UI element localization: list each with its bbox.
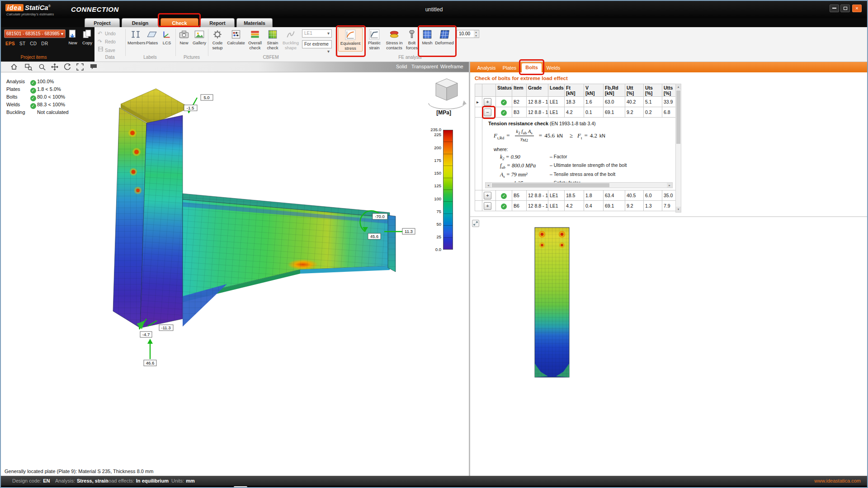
overall-check-button[interactable]: Overall check	[246, 28, 264, 50]
strain-check-button[interactable]: Strain check	[265, 28, 280, 50]
table-row-b2[interactable]: ▸ + ✓ B2 12 8.8 - 1 LE1 18.3 1.6 63.0 40…	[475, 97, 676, 107]
tab-design[interactable]: Design	[122, 18, 159, 27]
equivalent-stress-button[interactable]: Equivalent stress	[338, 28, 363, 52]
fit-view-button[interactable]	[76, 63, 85, 71]
website-link[interactable]: www.ideastatica.com	[814, 478, 861, 483]
deformed-mesh-icon	[439, 28, 450, 40]
expand-row-button[interactable]: +	[484, 192, 491, 199]
plastic-strain-button[interactable]: Plastic strain	[365, 28, 383, 50]
zoom-button[interactable]	[38, 63, 47, 71]
code-setup-button[interactable]: Code setup	[209, 28, 226, 50]
expand-row-button[interactable]: +	[484, 98, 491, 106]
labels-members-button[interactable]: Members	[127, 28, 144, 46]
stress-in-contacts-button[interactable]: Stress in contacts	[384, 28, 404, 50]
expand-preview-button[interactable]	[472, 220, 479, 227]
status-analysis: Analysis:Stress, strain	[55, 478, 108, 483]
results-tab-bolts[interactable]: Bolts	[522, 63, 542, 72]
mode-dr[interactable]: DR	[41, 41, 48, 46]
load-label: 5.0	[203, 95, 209, 100]
current-row-icon: ▸	[476, 99, 479, 104]
col-v: V[kN]	[584, 84, 604, 97]
scroll-up-icon[interactable]: ▴	[676, 84, 681, 90]
detail-horizontal-scrollbar[interactable]: ◂ ▸	[485, 182, 673, 188]
scroll-right-icon[interactable]: ▸	[667, 183, 672, 188]
extreme-select[interactable]: For extreme▾	[302, 40, 332, 48]
home-view-button[interactable]	[10, 63, 19, 71]
table-vertical-scrollbar[interactable]: ▴ ▾	[675, 84, 681, 213]
comment-button[interactable]	[90, 63, 99, 71]
calculate-button[interactable]: Calculate	[227, 28, 245, 46]
labels-lcs-button[interactable]: LCS	[160, 28, 174, 46]
col-item: Item	[512, 84, 527, 97]
summary-row-welds: Welds✓88.3 < 100%	[6, 101, 65, 109]
mode-st[interactable]: ST	[19, 41, 25, 46]
bolt-forces-button[interactable]: Bolt forces	[405, 28, 419, 50]
summary-row-analysis: Analysis✓100.0%	[6, 78, 54, 85]
scroll-left-icon[interactable]: ◂	[486, 183, 491, 188]
where-label: where:	[494, 147, 671, 152]
chevron-down-icon: ▾	[327, 48, 330, 55]
home-icon	[10, 63, 18, 71]
rotate-button[interactable]	[63, 63, 72, 71]
table-row-b3[interactable]: − ✓ B3 12 8.8 - 1 LE1 4.2 0.1 69.1 9.2 0…	[475, 107, 676, 118]
scroll-down-icon[interactable]: ▾	[676, 207, 681, 212]
deformed-button[interactable]: Deformed	[435, 28, 454, 46]
mode-cd[interactable]: CD	[30, 41, 37, 46]
group-label-project-items: Project items	[1, 55, 66, 60]
buckling-shape-icon	[285, 28, 297, 40]
panel-section-divider[interactable]	[470, 216, 868, 217]
deformed-scale-spinner[interactable]: 10.00 ▴ ▾	[457, 30, 479, 38]
collapse-row-button[interactable]: −	[484, 109, 491, 116]
mode-eps[interactable]: EPS	[5, 41, 15, 46]
color-scale-bar	[443, 130, 453, 250]
tab-project[interactable]: Project	[85, 18, 120, 27]
close-button[interactable]: ×	[852, 5, 862, 12]
gear-icon	[212, 28, 223, 40]
stress-color-scale: [MPa] 235.0 225 200 175 150 125 100 75 5…	[408, 109, 455, 254]
new-project-button[interactable]: New	[66, 28, 80, 46]
expand-row-button[interactable]: +	[484, 202, 491, 210]
plate-stress-preview	[534, 227, 570, 378]
scrollbar-thumb[interactable]	[676, 90, 680, 144]
gallery-button[interactable]: Gallery	[192, 28, 207, 46]
buckling-shape-button[interactable]: Buckling shape	[281, 28, 300, 50]
chevron-down-icon: ▾	[61, 30, 63, 38]
maximize-button[interactable]	[840, 5, 850, 12]
status-design-code: Design code:EN	[12, 478, 50, 483]
scrollbar-thumb[interactable]	[492, 183, 609, 187]
status-ok-icon: ✓	[501, 110, 507, 116]
tab-report[interactable]: Report	[200, 18, 235, 27]
zoom-window-button[interactable]	[24, 63, 33, 71]
copy-project-button[interactable]: Copy	[80, 28, 94, 46]
bolts-check-table: Status Item Grade Loads Ft[kN] V[kN] Fb,…	[475, 84, 675, 211]
load-case-select[interactable]: LE1▾	[302, 29, 332, 38]
view-mode-solid[interactable]: Solid	[396, 64, 407, 69]
results-tab-analysis[interactable]: Analysis	[474, 64, 499, 72]
results-tab-welds[interactable]: Welds	[543, 64, 563, 72]
picture-new-button[interactable]: New	[177, 28, 191, 46]
results-panel: Analysis Plates Bolts Welds Check of bol…	[470, 62, 868, 476]
save-button[interactable]: Save	[98, 46, 115, 53]
mesh-button[interactable]: Mesh	[420, 28, 434, 46]
pan-button[interactable]	[51, 63, 60, 71]
group-label-pictures: Pictures	[175, 55, 208, 60]
table-row-b6[interactable]: + ✓ B6 12 8.8 - 1 LE1 4.2 0.4 69.1 9.2 1…	[475, 201, 676, 211]
tab-check[interactable]: Check	[160, 18, 198, 27]
project-selector[interactable]: 681501 - 683515 - 683985▾	[4, 29, 66, 38]
view-mode-transparent[interactable]: Transparent	[411, 64, 438, 69]
minimize-button[interactable]	[830, 5, 839, 12]
detail-code-ref: (EN 1993-1-8 tab 3.4)	[550, 121, 596, 126]
stress-in-contacts-icon	[388, 28, 400, 40]
divider	[208, 29, 208, 56]
tab-materials[interactable]: Materials	[236, 18, 273, 27]
spinner-down-icon[interactable]: ▾	[474, 34, 478, 38]
undo-button[interactable]: ↶Undo	[98, 30, 116, 37]
table-row-b5[interactable]: + ✓ B5 12 8.8 - 1 LE1 18.5 1.8 63.4 40.5…	[475, 190, 676, 201]
spinner-up-icon[interactable]: ▴	[474, 30, 478, 34]
where-line: As = 79 mm²– Tensile stress area of the …	[500, 171, 671, 179]
view-mode-wireframe[interactable]: Wireframe	[440, 64, 463, 69]
results-tab-plates[interactable]: Plates	[499, 64, 520, 72]
redo-button[interactable]: ↷Redo	[98, 38, 116, 45]
status-bar: Design code:EN Analysis:Stress, strain L…	[1, 476, 867, 486]
labels-plates-button[interactable]: Plates	[145, 28, 159, 46]
